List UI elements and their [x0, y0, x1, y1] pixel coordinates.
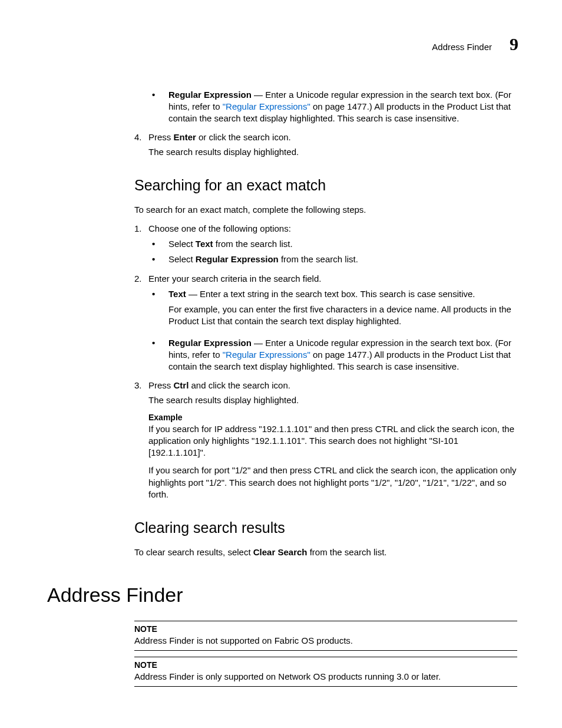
list-item: • Text — Enter a text string in the sear… — [148, 288, 517, 331]
step-number: 2. — [134, 273, 148, 285]
chapter-number: 9 — [510, 32, 518, 57]
regex-link[interactable]: "Regular Expressions" — [223, 350, 310, 360]
step-number: 1. — [134, 223, 148, 235]
page-title: Address Finder — [47, 582, 518, 609]
step-text: Choose one of the following options: — [148, 223, 291, 235]
step-text: Press Enter or click the search icon. — [148, 131, 291, 143]
regex-link[interactable]: "Regular Expressions" — [223, 101, 310, 111]
step-text: Press Ctrl and click the search icon. — [148, 380, 290, 391]
note-block: NOTE Address Finder is not supported on … — [134, 621, 517, 651]
intro-text: To search for an exact match, complete t… — [134, 204, 517, 216]
section-heading: Searching for an exact match — [134, 176, 517, 196]
result-text: The search results display highlighted. — [148, 146, 517, 158]
list-item: 1. Choose one of the following options: — [134, 223, 517, 235]
result-text: The search results display highlighted. — [148, 394, 517, 406]
step-number: 3. — [134, 380, 148, 391]
step-text: Enter your search criteria in the search… — [148, 273, 321, 285]
example-block: Example If you search for IP address "19… — [148, 412, 517, 500]
page-header: Address Finder 9 — [47, 32, 518, 57]
bullet-icon: • — [148, 238, 168, 250]
bullet-icon: • — [148, 337, 168, 373]
note-label: NOTE — [134, 624, 517, 635]
list-item-body: Regular Expression — Enter a Unicode reg… — [168, 89, 517, 125]
body-text: To clear search results, select Clear Se… — [134, 546, 517, 558]
note-label: NOTE — [134, 660, 517, 671]
list-item: 4. Press Enter or click the search icon. — [134, 131, 517, 143]
note-text: Address Finder is only supported on Netw… — [134, 671, 517, 683]
list-item: • Select Text from the search list. — [148, 238, 517, 250]
bullet-icon: • — [148, 253, 168, 265]
list-item: 3. Press Ctrl and click the search icon. — [134, 380, 517, 391]
list-item: • Select Regular Expression from the sea… — [148, 253, 517, 265]
content-block: NOTE Address Finder is not supported on … — [134, 621, 517, 687]
example-label: Example — [148, 412, 517, 423]
example-text: If you search for IP address "192.1.1.10… — [148, 423, 517, 459]
list-item: • Regular Expression — Enter a Unicode r… — [148, 337, 517, 373]
list-item: 2. Enter your search criteria in the sea… — [134, 273, 517, 285]
bullet-icon: • — [148, 288, 168, 331]
step-number: 4. — [134, 131, 148, 143]
section-heading: Clearing search results — [134, 518, 517, 538]
example-text: If you search for port "1/2" and then pr… — [148, 465, 517, 500]
section: Address Finder — [47, 582, 518, 609]
bullet-icon: • — [148, 89, 168, 125]
page: Address Finder 9 • Regular Expression — … — [47, 32, 518, 690]
list-item: • Regular Expression — Enter a Unicode r… — [148, 89, 517, 125]
note-block: NOTE Address Finder is only supported on… — [134, 657, 517, 687]
content-block: • Regular Expression — Enter a Unicode r… — [134, 89, 517, 559]
note-text: Address Finder is not supported on Fabri… — [134, 635, 517, 647]
running-title: Address Finder — [432, 41, 492, 53]
